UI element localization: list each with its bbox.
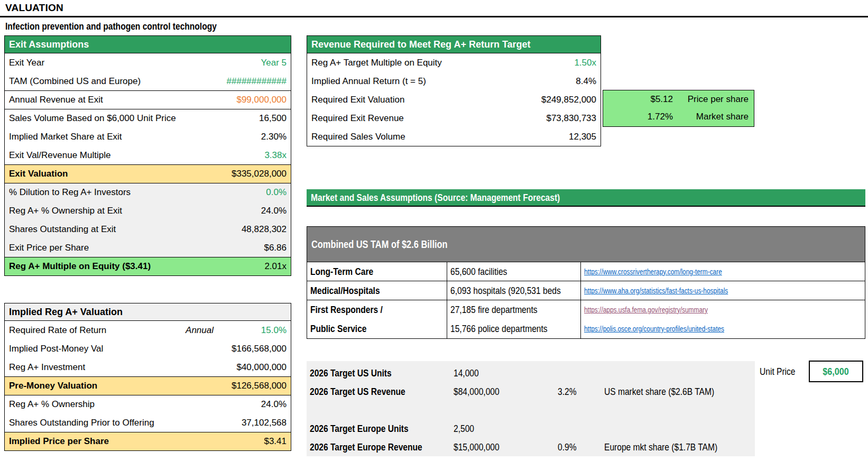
target-label: 2026 Target Europe Revenue xyxy=(310,441,454,453)
row-value[interactable]: $249,852,000 xyxy=(541,95,596,105)
target-label: 2026 Target US Units xyxy=(310,367,454,379)
implied-valuation-header: Implied Reg A+ Valuation xyxy=(5,303,291,321)
segment-stat[interactable]: 27,185 fire departments xyxy=(450,304,538,316)
segment-stat[interactable]: 6,093 hospitals (920,531 beds xyxy=(450,285,561,297)
row-label: Exit Price per Share xyxy=(9,243,89,253)
segment-cell: Long-Term Care xyxy=(307,262,447,281)
link-cell: https://apps.usfa.fema.gov/registry/summ… xyxy=(581,300,865,338)
row-value[interactable]: 16,500 xyxy=(259,113,287,124)
tam-table-title: Combined US TAM of $2.6 Billion xyxy=(311,238,448,251)
segment-name: Medical/Hospitals xyxy=(310,285,380,297)
exit-assumptions-table: Exit Assumptions Exit YearYear 5 TAM (Co… xyxy=(4,35,291,276)
price-market-summary-box: $5.12Price per share 1.72%Market share xyxy=(603,90,754,127)
segment-name: Public Service xyxy=(310,323,367,335)
row-label: Required Rate of Return xyxy=(9,325,106,336)
page-title: VALUATION xyxy=(5,2,63,14)
row-value[interactable]: $335,028,000 xyxy=(232,169,287,179)
target-pct xyxy=(553,423,580,435)
row-value[interactable]: 2.30% xyxy=(261,132,287,142)
table-row: Required Exit Revenue$73,830,733 xyxy=(307,109,601,127)
target-note: Europe mkt share ($1.7B TAM) xyxy=(580,441,755,453)
row-label: Shares Outstanding Prior to Offering xyxy=(9,418,154,428)
row-value[interactable]: 15.0% xyxy=(214,325,287,336)
row-value[interactable]: 3.38x xyxy=(264,150,287,161)
target-row: 2026 Target US Revenue $84,000,000 3.2% … xyxy=(307,382,755,401)
link-cell: https://www.aha.org/statistics/fast-fact… xyxy=(581,281,865,300)
source-link[interactable]: https://www.aha.org/statistics/fast-fact… xyxy=(584,287,728,295)
table-row: Implied Post-Money Val$166,568,000 xyxy=(5,339,291,358)
table-row: Required Rate of ReturnAnnual15.0% xyxy=(5,321,291,339)
row-value[interactable]: 8.4% xyxy=(576,76,596,87)
tam-table-header: Combined US TAM of $2.6 Billion xyxy=(307,227,865,262)
row-value[interactable]: $3.41 xyxy=(264,436,287,447)
row-label: Implied Post-Money Val xyxy=(9,344,103,354)
title-divider xyxy=(0,16,868,17)
source-link[interactable]: https://apps.usfa.fema.gov/registry/summ… xyxy=(584,306,708,314)
stat-cell: 6,093 hospitals (920,531 beds xyxy=(447,281,581,300)
table-row: Shares Outstanding Prior to Offering37,1… xyxy=(5,413,291,432)
targets-block: 2026 Target US Units 14,000 2026 Target … xyxy=(307,361,755,456)
row-label: Annual Revenue at Exit xyxy=(9,95,103,105)
implied-valuation-table: Implied Reg A+ Valuation Required Rate o… xyxy=(4,303,291,451)
row-label: Shares Outstanding at Exit xyxy=(9,224,116,235)
row-value[interactable]: $73,830,733 xyxy=(546,113,596,124)
table-row: Reg A+ % Ownership24.0% xyxy=(5,395,291,413)
target-value[interactable]: $84,000,000 xyxy=(454,386,553,398)
target-note xyxy=(580,423,755,435)
row-value[interactable]: 0.0% xyxy=(266,187,287,198)
table-row-result: Reg A+ Multiple on Equity ($3.41)2.01x xyxy=(5,257,291,275)
row-value[interactable]: $40,000,000 xyxy=(236,362,287,373)
row-value[interactable]: 24.0% xyxy=(261,206,287,216)
table-row-highlight: Exit Valuation$335,028,000 xyxy=(5,164,291,183)
source-link[interactable]: https://polis.osce.org/country-profiles/… xyxy=(584,325,724,333)
segment-stat[interactable]: 65,600 facilities xyxy=(450,266,507,278)
table-row: Required Sales Volume12,305 xyxy=(307,127,601,146)
row-value[interactable]: 48,828,302 xyxy=(242,224,287,235)
row-value[interactable]: $6.86 xyxy=(264,243,287,253)
table-row: Exit Price per Share$6.86 xyxy=(5,238,291,257)
row-label: Reg A+ % Ownership xyxy=(9,399,95,410)
link-cell: https://www.crossrivertherapy.com/long-t… xyxy=(581,262,865,281)
summary-value[interactable]: 1.72% xyxy=(624,112,673,122)
source-link[interactable]: https://www.crossrivertherapy.com/long-t… xyxy=(584,268,722,276)
row-value[interactable]: $99,000,000 xyxy=(236,95,287,105)
unit-price-cell[interactable]: $6,000 xyxy=(809,361,863,382)
segment-name: Long-Term Care xyxy=(310,266,373,278)
row-value[interactable]: 1.50x xyxy=(574,58,596,68)
target-value[interactable]: 14,000 xyxy=(454,367,553,379)
tam-row: Medical/Hospitals 6,093 hospitals (920,5… xyxy=(307,281,865,300)
table-row: Sales Volume Based on $6,000 Unit Price1… xyxy=(5,109,291,127)
row-value[interactable]: $126,568,000 xyxy=(232,381,287,391)
implied-valuation-title: Implied Reg A+ Valuation xyxy=(9,307,123,318)
segment-stat[interactable]: 15,766 police departments xyxy=(450,323,548,335)
target-row: 2026 Target US Units 14,000 xyxy=(307,364,755,382)
target-value[interactable]: 2,500 xyxy=(454,423,553,435)
row-value[interactable]: 2.01x xyxy=(264,261,287,272)
tam-row: Long-Term Care 65,600 facilities https:/… xyxy=(307,262,865,281)
row-value-overflow[interactable]: ############ xyxy=(227,76,287,87)
row-label: Implied Annual Return (t = 5) xyxy=(311,76,426,87)
summary-value[interactable]: $5.12 xyxy=(624,94,673,105)
row-label: Reg A+ Multiple on Equity ($3.41) xyxy=(9,261,151,272)
row-value[interactable]: $166,568,000 xyxy=(232,344,287,354)
segment-name: First Responders / xyxy=(310,304,383,316)
table-row: TAM (Combined US and Europe)############ xyxy=(5,72,291,90)
row-value[interactable]: 37,102,568 xyxy=(242,418,287,428)
table-row: Implied Market Share at Exit2.30% xyxy=(5,127,291,146)
row-value[interactable]: 24.0% xyxy=(261,399,287,410)
revenue-required-table: Revenue Required to Meet Reg A+ Return T… xyxy=(307,35,601,146)
segment-cell: First Responders / Public Service xyxy=(307,300,447,338)
target-value[interactable]: $15,000,000 xyxy=(454,441,553,453)
row-label: Reg A+ Investment xyxy=(9,362,85,373)
row-label: Implied Price per Share xyxy=(9,436,109,447)
row-label: Exit Val/Revenue Multiple xyxy=(9,150,110,161)
row-label: Required Sales Volume xyxy=(311,132,405,142)
stat-cell: 65,600 facilities xyxy=(447,262,581,281)
table-row: Annual Revenue at Exit$99,000,000 xyxy=(5,90,291,109)
segment-cell: Medical/Hospitals xyxy=(307,281,447,300)
row-value[interactable]: 12,305 xyxy=(569,132,596,142)
row-label: Pre-Money Valuation xyxy=(9,381,97,391)
table-row-highlight: Implied Price per Share$3.41 xyxy=(5,432,291,450)
row-label: Reg A+ % Ownership at Exit xyxy=(9,206,122,216)
row-value[interactable]: Year 5 xyxy=(261,58,287,68)
